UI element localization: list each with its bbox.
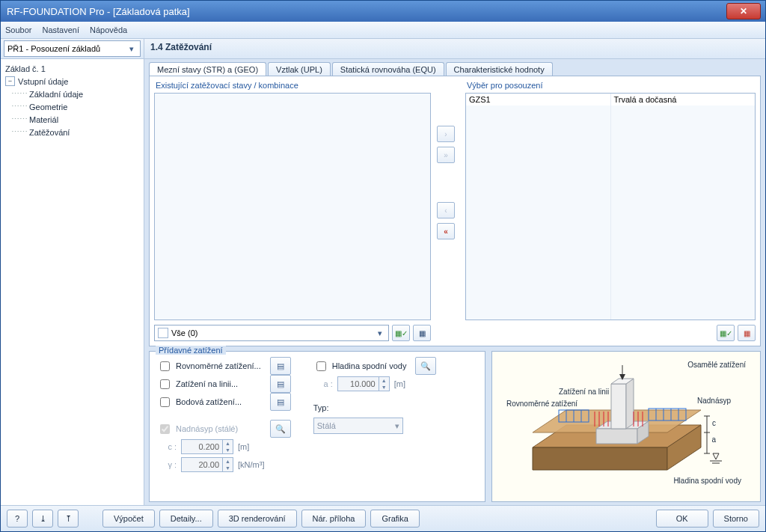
overburden-view[interactable]: 🔍 <box>270 420 291 438</box>
tab-upl[interactable]: Vztlak (UPL) <box>268 62 331 76</box>
dim-a: a <box>711 435 716 444</box>
sel-select-all-button[interactable]: ▦✓ <box>717 325 735 341</box>
move-right-button[interactable]: › <box>437 126 455 142</box>
water-check[interactable]: Hladina spodní vody <box>313 358 407 374</box>
overburden-check: Nadnásyp (stálé) <box>157 421 238 437</box>
ok-button[interactable]: OK <box>656 510 708 528</box>
tree-loads[interactable]: ⋯⋯Zatěžování <box>1 126 144 138</box>
window-title: RF-FOUNDATION Pro - [Základová patka] <box>7 6 190 17</box>
svg-marker-5 <box>596 429 637 444</box>
label-line-load: Zatížení na linii <box>559 388 609 396</box>
line-load-edit[interactable]: ▤ <box>270 375 291 393</box>
calc-button[interactable]: Výpočet <box>102 510 155 528</box>
help-button[interactable]: ? <box>7 510 28 528</box>
cancel-button[interactable]: Storno <box>713 510 759 528</box>
water-view[interactable]: 🔍 <box>415 357 436 375</box>
load-tag: G <box>469 95 476 104</box>
foundation-diagram: Osamělé zatížení Zatížení na linii Rovno… <box>506 358 746 492</box>
load-name: ZS1 <box>476 95 491 104</box>
additional-load-group: Přídavné zatížení Rovnoměrné zatížení...… <box>149 351 485 502</box>
existing-loads-list[interactable] <box>154 93 431 320</box>
move-all-right-button[interactable]: » <box>437 147 455 163</box>
svg-marker-8 <box>626 379 634 429</box>
type-select: Stálá▾ <box>313 418 403 434</box>
a-input: ▲▼ <box>337 376 390 391</box>
attach-button[interactable]: Nár. příloha <box>301 510 367 528</box>
chevron-down-icon: ▾ <box>375 328 385 338</box>
case-combo-value: PŘ1 - Posouzení základů <box>7 44 100 53</box>
dim-c: c <box>712 419 716 427</box>
a-label: a : <box>313 379 333 388</box>
label-uniform-load: Rovnoměrné zatížení <box>506 400 577 408</box>
tabs: Mezní stavy (STR) a (GEO) Vztlak (UPL) S… <box>149 62 761 76</box>
tree-root[interactable]: Základ č. 1 <box>1 62 144 75</box>
menu-settings[interactable]: Nastavení <box>42 25 79 34</box>
filter-combo[interactable]: Vše (0) ▾ <box>154 325 389 341</box>
diagram-group: Osamělé zatížení Zatížení na linii Rovno… <box>491 351 761 502</box>
case-combo[interactable]: PŘ1 - Posouzení základů ▾ <box>4 40 141 57</box>
tab-char[interactable]: Charakteristické hodnoty <box>446 62 553 76</box>
tree-material[interactable]: ⋯⋯Materiál <box>1 113 144 126</box>
chevron-down-icon: ▾ <box>126 44 137 54</box>
uniform-load-check[interactable]: Rovnoměrné zatížení... <box>157 358 261 374</box>
selected-loads-list[interactable]: GZS1 Trvalá a dočasná <box>465 93 756 320</box>
tree-basic-data[interactable]: ⋯⋯Základní údaje <box>1 88 144 100</box>
menubar: Soubor Nastavení Nápověda <box>1 22 765 39</box>
c-input: ▲▼ <box>181 439 233 454</box>
point-load-check[interactable]: Bodová zatížení... <box>157 394 242 410</box>
tree-input-data[interactable]: −Vstupní údaje <box>1 75 144 88</box>
line-load-check[interactable]: Zatížení na linii... <box>157 376 238 392</box>
select-all-button[interactable]: ▦✓ <box>392 325 410 341</box>
uniform-load-edit[interactable]: ▤ <box>270 357 291 375</box>
c-label: c : <box>157 442 177 451</box>
gamma-label: γ : <box>157 460 177 469</box>
move-all-left-button[interactable]: « <box>437 223 455 239</box>
label-overburden: Nadnásyp <box>697 397 731 405</box>
existing-loads-label: Existující zatěžovací stavy / kombinace <box>154 81 431 93</box>
render-button[interactable]: 3D renderování <box>218 510 297 528</box>
selected-loads-label: Výběr pro posouzení <box>465 81 756 93</box>
tab-equ[interactable]: Statická rovnováha (EQU) <box>332 62 444 76</box>
tree-panel: Základ č. 1 −Vstupní údaje ⋯⋯Základní úd… <box>1 59 144 505</box>
move-left-button[interactable]: ‹ <box>437 202 455 218</box>
type-label: Typ: <box>313 403 329 412</box>
load-type: Trvalá a dočasná <box>614 95 677 104</box>
label-point-load: Osamělé zatížení <box>687 361 746 369</box>
tab-str-geo[interactable]: Mezní stavy (STR) a (GEO) <box>149 62 266 76</box>
svg-marker-1 <box>533 447 667 470</box>
import-button[interactable]: ⤒ <box>58 510 79 528</box>
details-button[interactable]: Detaily... <box>159 510 213 528</box>
gamma-input: ▲▼ <box>181 457 233 472</box>
titlebar: RF-FOUNDATION Pro - [Základová patka] ✕ <box>1 1 765 22</box>
additional-legend: Přídavné zatížení <box>156 346 226 355</box>
menu-file[interactable]: Soubor <box>5 25 31 34</box>
menu-help[interactable]: Nápověda <box>90 25 127 34</box>
tree-geometry[interactable]: ⋯⋯Geometrie <box>1 100 144 113</box>
close-button[interactable]: ✕ <box>726 3 761 19</box>
section-title: 1.4 Zatěžování <box>144 39 765 58</box>
select-config-button[interactable]: ▦ <box>413 325 431 341</box>
sel-config-button[interactable]: ▦ <box>738 325 756 341</box>
point-load-edit[interactable]: ▤ <box>270 393 291 411</box>
export-button[interactable]: ⤓ <box>32 510 53 528</box>
graphics-button[interactable]: Grafika <box>370 510 419 528</box>
label-water: Hladina spodní vody <box>673 477 741 485</box>
svg-marker-7 <box>611 384 626 429</box>
svg-marker-32 <box>713 453 719 459</box>
footer: ? ⤓ ⤒ Výpočet Detaily... 3D renderování … <box>1 505 765 531</box>
